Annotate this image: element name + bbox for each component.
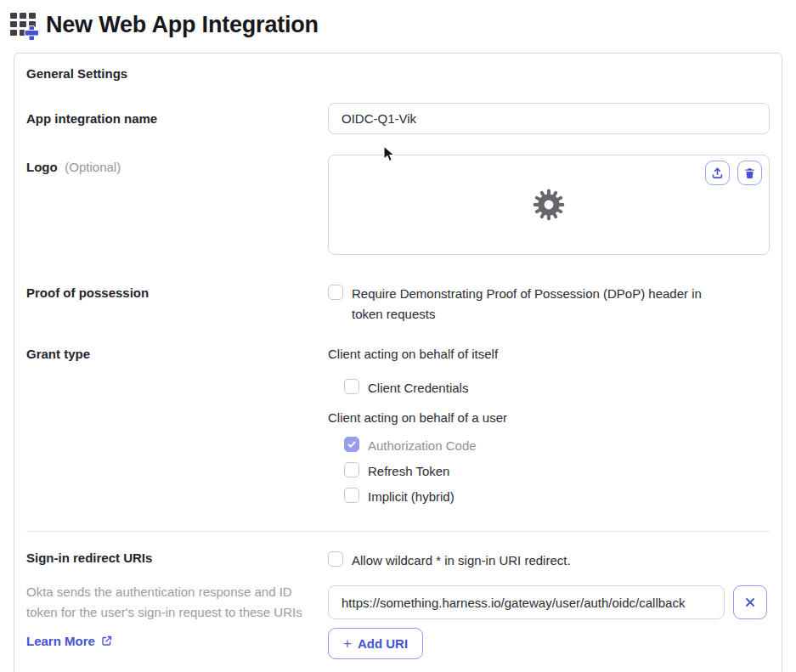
trash-icon bbox=[743, 167, 756, 180]
dpop-checkbox-label: Require Demonstrating Proof of Possessio… bbox=[352, 284, 736, 325]
page-header: New Web App Integration bbox=[0, 0, 796, 40]
authorization-code-label: Authorization Code bbox=[368, 436, 477, 456]
section-divider bbox=[26, 531, 770, 532]
upload-logo-button[interactable] bbox=[705, 161, 730, 185]
page-title: New Web App Integration bbox=[46, 12, 319, 38]
logo-row: Logo (Optional) bbox=[14, 155, 782, 255]
wildcard-checkbox-label: Allow wildcard * in sign-in URI redirect… bbox=[352, 551, 571, 571]
plus-icon: + bbox=[343, 636, 352, 651]
logo-optional-text: (Optional) bbox=[65, 160, 121, 174]
app-integration-name-input[interactable] bbox=[328, 103, 770, 134]
add-uri-label: Add URI bbox=[358, 636, 408, 651]
learn-more-label: Learn More bbox=[26, 634, 95, 648]
client-credentials-label: Client Credentials bbox=[368, 378, 468, 398]
refresh-token-checkbox[interactable] bbox=[344, 462, 359, 477]
close-icon bbox=[744, 596, 756, 608]
signin-redirect-row: Sign-in redirect URIs Okta sends the aut… bbox=[14, 551, 782, 659]
grant-type-label: Grant type bbox=[26, 347, 90, 361]
dpop-checkbox[interactable] bbox=[328, 285, 343, 300]
proof-of-possession-row: Proof of possession Require Demonstratin… bbox=[14, 284, 782, 325]
upload-icon bbox=[710, 166, 725, 180]
implicit-hybrid-checkbox[interactable] bbox=[344, 488, 359, 503]
delete-logo-button[interactable] bbox=[737, 161, 762, 185]
remove-uri-button[interactable] bbox=[733, 585, 767, 619]
redirect-uris-label: Sign-in redirect URIs bbox=[26, 551, 328, 565]
general-settings-card: General Settings App integration name Lo… bbox=[14, 53, 782, 672]
redirect-uri-input[interactable] bbox=[328, 585, 725, 619]
wildcard-checkbox[interactable] bbox=[328, 551, 343, 567]
gear-icon bbox=[531, 187, 567, 223]
logo-dropzone[interactable] bbox=[328, 155, 770, 255]
proof-label: Proof of possession bbox=[26, 285, 149, 300]
learn-more-link[interactable]: Learn More bbox=[26, 634, 113, 648]
refresh-token-label: Refresh Token bbox=[368, 461, 449, 482]
redirect-help-text: Okta sends the authentication response a… bbox=[26, 582, 319, 623]
grant-type-row: Grant type Client acting on behalf of it… bbox=[14, 347, 782, 507]
add-uri-button[interactable]: + Add URI bbox=[328, 628, 423, 659]
implicit-hybrid-label: Implicit (hybrid) bbox=[368, 487, 454, 507]
client-credentials-checkbox[interactable] bbox=[344, 379, 359, 394]
check-icon bbox=[347, 439, 357, 449]
grid-plus-icon bbox=[8, 9, 38, 40]
authorization-code-checkbox[interactable] bbox=[344, 437, 359, 452]
logo-label: Logo bbox=[26, 160, 58, 174]
app-name-label: App integration name bbox=[26, 111, 157, 126]
external-link-icon bbox=[100, 635, 113, 647]
app-name-row: App integration name bbox=[14, 103, 782, 134]
grant-user-heading: Client acting on behalf of a user bbox=[328, 410, 770, 426]
card-heading: General Settings bbox=[14, 54, 782, 81]
grant-self-heading: Client acting on behalf of itself bbox=[328, 347, 770, 362]
